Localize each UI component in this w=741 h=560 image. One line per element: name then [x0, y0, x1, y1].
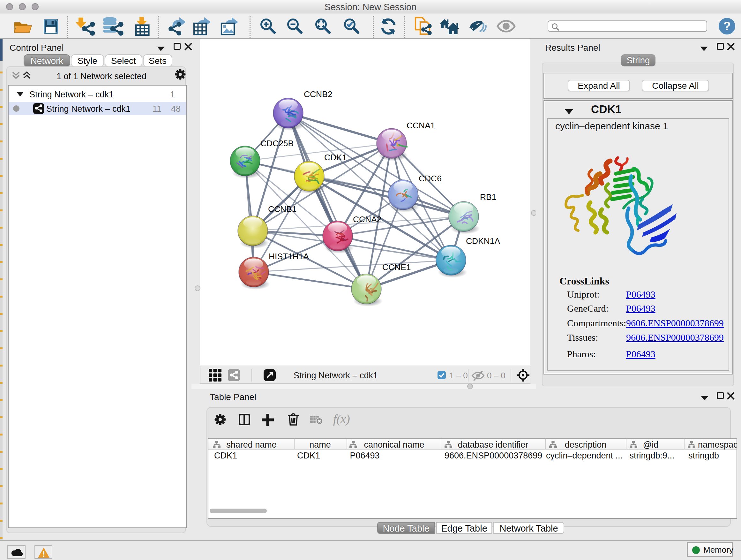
svg-text:CDC25B: CDC25B: [260, 138, 293, 148]
svg-text:CDKN1A: CDKN1A: [466, 236, 500, 246]
svg-text:CCNA1: CCNA1: [407, 121, 435, 130]
svg-text:CCNB2: CCNB2: [304, 89, 332, 99]
svg-text:CCNB1: CCNB1: [268, 204, 296, 214]
svg-text:CDK1: CDK1: [324, 152, 347, 162]
svg-text:CCNA2: CCNA2: [353, 214, 381, 224]
svg-text:RB1: RB1: [480, 192, 496, 202]
svg-text:CDC6: CDC6: [419, 174, 442, 183]
svg-text:CCNE1: CCNE1: [382, 262, 411, 272]
svg-text:HIST1H1A: HIST1H1A: [269, 252, 309, 261]
